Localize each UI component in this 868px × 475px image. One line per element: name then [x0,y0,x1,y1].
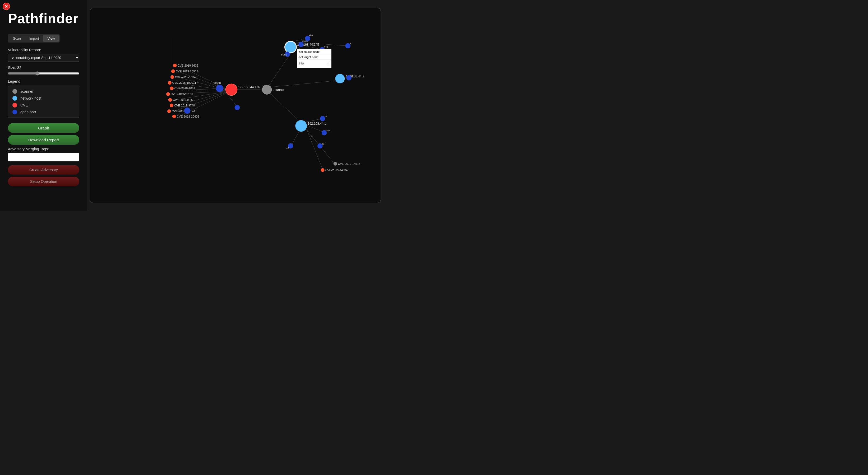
label-cve-2019-9636: CVE-2019-9636 [178,64,198,67]
node-cve-2019-14834[interactable] [321,168,324,172]
tab-view[interactable]: View [43,35,59,42]
node-cve-2019-16935[interactable] [171,69,175,73]
label-cve-2018-20406: CVE-2018-20406 [177,115,199,118]
tab-row: Scan Import View [8,34,60,42]
context-menu-item-target[interactable]: set target node [299,56,318,59]
cve-dot [12,103,17,107]
network-host-dot [12,96,17,101]
adversary-tags-input[interactable] [8,153,79,161]
node-192-168-44-2[interactable] [335,74,345,84]
open-port-label: open port [20,110,36,114]
node-cve-2018-20406[interactable] [172,115,176,118]
node-cve-2018-1000117[interactable] [168,81,172,85]
label-port-8080: 8080 [281,53,287,56]
label-cve-2018-1061: CVE-2018-1061 [175,87,195,90]
legend-box: scanner network host CVE open port [8,86,79,118]
size-slider[interactable] [8,71,79,75]
svg-line-26 [304,128,319,146]
node-port-515[interactable] [305,36,310,41]
network-host-label: network host [20,96,41,100]
tab-scan[interactable]: Scan [9,35,25,42]
label-cve-2019-14513: CVE-2019-14513 [338,162,360,165]
vulnerability-report-select[interactable]: vulnerability-report-Sep-14-2020 vulnera… [8,54,79,62]
node-192-168-44-145[interactable] [285,41,296,53]
label-cve-2019-9740: CVE-2019-9740 [174,104,195,107]
label-port-23: 23 [324,115,328,118]
node-cve-2019-9947[interactable] [168,98,172,102]
download-report-button[interactable]: Download Report [8,135,79,145]
legend-item-scanner: scanner [12,89,75,94]
label-scanner: scanner [273,88,285,92]
label-port-443-top: 443 [324,45,328,48]
label-cve-2019-14834: CVE-2019-14834 [326,168,348,172]
node-port-9160[interactable] [299,42,304,47]
label-port-53: 53 [322,142,325,145]
node-cve-2019-9740[interactable] [170,103,174,107]
context-menu-item-info[interactable]: info [299,62,304,65]
label-port-8888: 8888 [214,82,221,85]
legend-item-open-port: open port [12,109,75,115]
size-label: Size: 82 [8,65,79,70]
cve-label: CVE [20,103,28,107]
label-port-80-top: 80 [349,42,352,45]
label-port-80-right: 80 [350,74,354,77]
size-slider-container [8,71,79,76]
create-adversary-button[interactable]: Create Adversary [8,165,79,175]
adversary-tags-label: Adversary Merging Tags: [8,147,79,151]
label-port-443-bot: 443 [326,129,331,132]
scanner-label: scanner [20,89,34,94]
setup-operation-button[interactable]: Setup Operation [8,177,79,186]
node-scanner[interactable] [262,85,272,94]
open-port-dot [12,109,17,115]
node-port-8888[interactable] [216,85,223,92]
vulnerability-report-label: Vulnerability Report: [8,48,79,52]
node-cve-2018-1061[interactable] [170,86,174,90]
node-192-168-44-126[interactable] [226,84,237,95]
node-port-22-bot[interactable] [235,105,240,110]
legend-label: Legend: [8,79,79,84]
node-cve-2019-9636[interactable] [173,64,177,67]
label-port-22-bottom: 22 [286,146,289,149]
node-cve-2006[interactable] [167,109,171,113]
label-cve-2019-16935: CVE-2019-16935 [176,70,198,73]
label-cve-2019-10160: CVE-2019-10160 [171,92,193,96]
label-cve-2019-9947: CVE-2019-9947 [173,98,193,101]
node-port-22-mid[interactable] [184,107,191,114]
context-menu-arrow: › [328,62,329,65]
label-cve-2019-18348: CVE-2019-18348 [175,75,197,79]
label-port-22-mid: 22 [192,109,195,112]
node-cve-2019-10160[interactable] [166,92,170,96]
left-panel: Pathfinder Scan Import View Vulnerabilit… [0,0,87,211]
context-menu-item-source[interactable]: set source node [299,50,319,53]
svg-line-28 [307,130,323,169]
app-title: Pathfinder [8,10,79,26]
context-menu-popup[interactable]: set source node set target node info › [297,49,331,68]
graph-area[interactable]: CVE-2019-9636 CVE-2019-16935 CVE-2019-18… [90,8,381,203]
label-cve-2018-1000117: CVE-2018-1000117 [172,81,198,84]
label-192-168-44-1: 192.168.44.1 [308,122,326,125]
close-button[interactable] [3,3,10,10]
graph-nodes[interactable]: CVE-2019-9636 CVE-2019-16935 CVE-2019-18… [166,33,364,172]
svg-line-2 [272,81,338,87]
legend-item-cve: CVE [12,103,75,107]
label-192-168-44-126: 192.168.44.126 [238,85,260,89]
tab-import[interactable]: Import [25,35,43,42]
node-cve-2019-14513[interactable] [333,162,337,166]
legend-item-network-host: network host [12,96,75,101]
graph-button[interactable]: Graph [8,123,79,133]
graph-svg: CVE-2019-9636 CVE-2019-16935 CVE-2019-18… [90,8,381,202]
svg-line-3 [270,93,301,122]
node-cve-2019-18348[interactable] [170,75,174,79]
scanner-dot [12,89,17,94]
node-192-168-44-1[interactable] [295,120,307,132]
label-port-515: 515 [309,33,313,36]
